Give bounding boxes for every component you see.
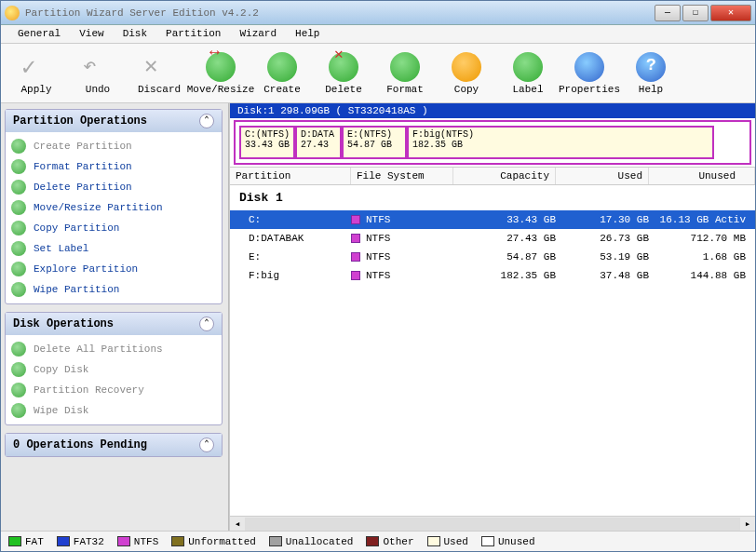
legend-swatch: [171, 536, 184, 546]
fs-swatch: [351, 234, 360, 243]
menu-wizard[interactable]: Wizard: [230, 25, 286, 43]
toolbar-label: Delete: [325, 84, 362, 95]
move-icon: [206, 52, 236, 82]
col-used[interactable]: Used: [556, 168, 649, 184]
format-button[interactable]: Format: [377, 47, 433, 100]
disk-map[interactable]: C:(NTFS)33.43 GBD:DATA27.43E:(NTFS)54.87…: [234, 120, 751, 165]
discard-button[interactable]: Discard: [131, 47, 187, 100]
cell-used: 17.30 GB: [556, 214, 649, 225]
window-title: Partition Wizard Server Edition v4.2.2: [25, 7, 655, 19]
op-label: Set Label: [34, 243, 88, 254]
undo-button[interactable]: Undo: [70, 47, 126, 100]
disk-segment[interactable]: F:big(NTFS)182.35 GB: [407, 126, 714, 159]
partition-row[interactable]: C:NTFS33.43 GB17.30 GB16.13 GB Activ: [230, 210, 755, 229]
collapse-icon[interactable]: ⌃: [199, 316, 214, 331]
legend-label: FAT: [25, 536, 44, 547]
create-button[interactable]: Create: [254, 47, 310, 100]
op-icon: [11, 383, 26, 397]
col-unused[interactable]: Unused: [649, 168, 755, 184]
toolbar-label: Label: [512, 84, 543, 95]
title-bar: Partition Wizard Server Edition v4.2.2 —…: [1, 1, 755, 25]
partition-row[interactable]: D:DATABAKNTFS27.43 GB26.73 GB712.70 MB: [230, 229, 755, 248]
op-label: Delete Partition: [34, 182, 132, 193]
toolbar-label: Help: [639, 84, 663, 95]
op-item[interactable]: Delete Partition: [6, 177, 222, 197]
cell-unused: 144.88 GB: [649, 270, 755, 281]
op-icon: [11, 262, 26, 276]
collapse-icon[interactable]: ⌃: [199, 114, 214, 128]
format-icon: [390, 52, 420, 82]
menu-bar: GeneralViewDiskPartitionWizardHelp: [1, 25, 755, 44]
apply-button[interactable]: Apply: [8, 47, 64, 100]
delete-button[interactable]: Delete: [316, 47, 371, 100]
op-icon: [11, 342, 26, 357]
horizontal-scrollbar[interactable]: ◂ ▸: [230, 516, 755, 531]
partition-row[interactable]: E:NTFS54.87 GB53.19 GB1.68 GB: [230, 248, 755, 266]
collapse-icon[interactable]: ⌃: [199, 438, 214, 452]
cell-unused: 16.13 GB Activ: [649, 214, 755, 225]
op-label: Copy Disk: [34, 364, 88, 375]
op-label: Explore Partition: [34, 263, 138, 275]
op-item[interactable]: Explore Partition: [6, 259, 222, 279]
minimize-button[interactable]: —: [655, 5, 681, 21]
pending-title: 0 Operations Pending: [13, 438, 147, 451]
move-button[interactable]: Move/Resize: [193, 47, 249, 100]
cell-capacity: 54.87 GB: [453, 251, 556, 263]
cell-partition: E:: [230, 251, 351, 263]
cell-partition: F:big: [230, 270, 351, 281]
menu-disk[interactable]: Disk: [114, 25, 156, 43]
op-label: Move/Resize Partition: [34, 202, 163, 213]
partition-row[interactable]: F:bigNTFS182.35 GB37.48 GB144.88 GB: [230, 266, 755, 285]
menu-help[interactable]: Help: [286, 25, 329, 43]
label-button[interactable]: Label: [500, 47, 556, 100]
op-label: Create Partition: [34, 141, 132, 152]
copy-button[interactable]: Copy: [439, 47, 494, 100]
op-item[interactable]: Format Partition: [6, 156, 222, 177]
op-item[interactable]: Copy Disk: [6, 359, 222, 380]
op-item[interactable]: Wipe Disk: [6, 400, 222, 421]
toolbar-label: Create: [263, 84, 301, 95]
legend: FATFAT32NTFSUnformattedUnallocatedOtherU…: [1, 531, 755, 551]
legend-swatch: [481, 536, 494, 546]
disk-title: Disk 1: [230, 185, 755, 210]
undo-icon: [83, 52, 113, 82]
op-icon: [11, 159, 26, 174]
cell-used: 53.19 GB: [556, 251, 649, 263]
menu-partition[interactable]: Partition: [156, 25, 230, 43]
legend-swatch: [8, 536, 21, 546]
close-button[interactable]: ✕: [710, 5, 751, 21]
op-item[interactable]: Set Label: [6, 238, 222, 259]
legend-label: FAT32: [74, 536, 104, 547]
menu-view[interactable]: View: [70, 25, 113, 43]
op-item[interactable]: Partition Recovery: [6, 380, 222, 400]
op-item[interactable]: Create Partition: [6, 136, 222, 156]
delete-icon: [329, 52, 358, 82]
op-item[interactable]: Wipe Partition: [6, 279, 222, 300]
maximize-button[interactable]: ☐: [682, 5, 709, 21]
op-item[interactable]: Copy Partition: [6, 218, 222, 238]
disk-ops-panel: Disk Operations ⌃ Delete All PartitionsC…: [5, 312, 223, 425]
op-icon: [11, 241, 26, 256]
op-icon: [11, 362, 26, 377]
op-item[interactable]: Delete All Partitions: [6, 339, 222, 359]
legend-label: NTFS: [134, 536, 158, 547]
copy-icon: [452, 52, 481, 82]
col-partition[interactable]: Partition: [230, 168, 351, 184]
toolbar-label: Format: [386, 84, 424, 95]
cell-capacity: 182.35 GB: [453, 270, 556, 281]
menu-general[interactable]: General: [8, 25, 70, 43]
cell-capacity: 33.43 GB: [453, 214, 556, 225]
discard-icon: [144, 52, 174, 82]
col-filesystem[interactable]: File System: [351, 168, 453, 184]
col-capacity[interactable]: Capacity: [453, 168, 556, 184]
disk-segment[interactable]: E:(NTFS)54.87 GB: [342, 126, 407, 159]
op-icon: [11, 180, 26, 195]
disk-segment[interactable]: D:DATA27.43: [295, 126, 342, 159]
legend-label: Unused: [498, 536, 535, 547]
op-item[interactable]: Move/Resize Partition: [6, 197, 222, 218]
disk-segment[interactable]: C:(NTFS)33.43 GB: [239, 126, 295, 159]
sidebar: Partition Operations ⌃ Create PartitionF…: [1, 103, 229, 531]
help-button[interactable]: Help: [623, 47, 679, 100]
props-button[interactable]: Properties: [561, 47, 617, 100]
legend-item: FAT32: [57, 536, 104, 547]
